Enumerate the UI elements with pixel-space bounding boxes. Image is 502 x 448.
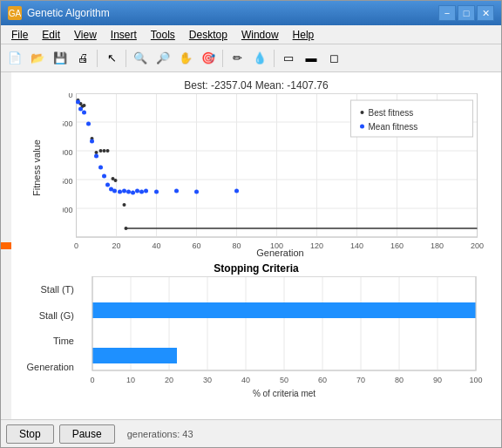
svg-text:100: 100 [469, 376, 482, 384]
svg-text:40: 40 [241, 376, 250, 384]
svg-point-47 [78, 107, 83, 112]
toolbar-data[interactable]: 🎯 [198, 48, 219, 69]
svg-point-39 [103, 149, 106, 153]
stopping-y-labels: Stall (T) Stall (G) Time Generation [15, 276, 78, 401]
svg-point-57 [118, 190, 122, 194]
toolbar-arrow[interactable]: ↖ [101, 48, 122, 69]
svg-point-63 [144, 189, 148, 193]
toolbar-pan[interactable]: ✋ [175, 48, 196, 69]
window-controls: − □ ✕ [438, 5, 494, 21]
app-icon: GA [8, 6, 22, 20]
toolbar-axes[interactable]: ▬ [301, 48, 322, 69]
svg-point-62 [139, 190, 144, 194]
toolbar-brush[interactable]: ✏ [227, 48, 248, 69]
toolbar-zoom-in[interactable]: 🔍 [130, 48, 151, 69]
minimize-button[interactable]: − [438, 5, 456, 21]
svg-rect-87 [92, 348, 177, 363]
svg-point-46 [76, 100, 80, 105]
left-strip [1, 72, 11, 419]
toolbar-sep-3 [222, 50, 223, 67]
svg-point-69 [361, 111, 364, 114]
fitness-chart: 0 -500 -1000 -1500 -2000 0 20 40 60 80 1… [63, 93, 491, 255]
svg-text:120: 120 [310, 241, 323, 250]
svg-text:20: 20 [165, 376, 173, 384]
toolbar-colorpicker[interactable]: 💧 [249, 48, 270, 69]
stopping-bars-area: 0 10 20 30 40 50 60 70 80 90 100 [78, 276, 491, 401]
toolbar-sep-4 [274, 50, 275, 67]
svg-point-60 [131, 191, 135, 195]
svg-text:0: 0 [68, 93, 72, 99]
menu-file[interactable]: File [4, 27, 35, 43]
svg-point-37 [95, 151, 98, 154]
svg-text:180: 180 [431, 241, 444, 250]
svg-point-61 [135, 189, 139, 193]
svg-text:70: 70 [356, 376, 365, 384]
toolbar-uicontrol[interactable]: ◻ [323, 48, 344, 69]
svg-point-59 [126, 190, 131, 194]
menu-window[interactable]: Window [234, 27, 286, 43]
plot-area: Best: -2357.04 Mean: -1407.76 Fitness va… [11, 72, 501, 419]
toolbar-zoom-out[interactable]: 🔎 [153, 48, 173, 69]
svg-point-71 [360, 125, 364, 129]
svg-text:Best fitness: Best fitness [369, 108, 414, 118]
toolbar-new[interactable]: 📄 [4, 48, 25, 69]
menu-desktop[interactable]: Desktop [182, 27, 234, 43]
stopping-title: Stopping Criteria [15, 259, 498, 276]
svg-text:60: 60 [318, 376, 327, 384]
svg-point-54 [105, 183, 110, 187]
menu-bar: File Edit View Insert Tools Desktop Wind… [1, 25, 501, 44]
svg-point-56 [112, 189, 117, 193]
menu-insert[interactable]: Insert [104, 27, 144, 43]
svg-text:Mean fitness: Mean fitness [369, 122, 418, 132]
svg-text:-2000: -2000 [63, 206, 73, 214]
svg-text:60: 60 [192, 241, 200, 250]
menu-view[interactable]: View [67, 27, 104, 43]
svg-text:50: 50 [280, 376, 288, 384]
status-text: generations: 43 [127, 429, 193, 439]
toolbar-open[interactable]: 📂 [27, 48, 48, 69]
toolbar-sep-2 [126, 50, 126, 67]
menu-help[interactable]: Help [286, 27, 322, 43]
stopping-svg: 0 10 20 30 40 50 60 70 80 90 100 [78, 276, 491, 398]
y-axis-label: Fitness value [31, 153, 42, 196]
svg-text:20: 20 [112, 241, 120, 250]
svg-text:40: 40 [152, 241, 160, 250]
svg-text:30: 30 [203, 376, 212, 384]
svg-point-51 [94, 154, 98, 159]
svg-point-48 [82, 111, 86, 115]
svg-point-53 [102, 174, 106, 179]
svg-text:0: 0 [74, 241, 78, 250]
toolbar-print[interactable]: 🖨 [72, 48, 93, 69]
bottom-bar: Stop Pause generations: 43 [1, 419, 501, 447]
menu-tools[interactable]: Tools [144, 27, 182, 43]
svg-point-38 [99, 149, 103, 153]
menu-edit[interactable]: Edit [35, 27, 67, 43]
stop-button[interactable]: Stop [6, 424, 54, 444]
side-indicator [1, 242, 11, 249]
svg-text:200: 200 [471, 241, 484, 250]
toolbar: 📄 📂 💾 🖨 ↖ 🔍 🔎 ✋ 🎯 ✏ 💧 ▭ ▬ ◻ [1, 44, 501, 72]
svg-point-50 [90, 139, 94, 144]
svg-point-40 [106, 149, 110, 153]
svg-text:-1000: -1000 [63, 148, 73, 157]
svg-point-35 [83, 104, 86, 107]
svg-rect-85 [92, 302, 476, 318]
pause-button[interactable]: Pause [59, 424, 115, 444]
svg-text:-1500: -1500 [63, 177, 73, 186]
close-button[interactable]: ✕ [477, 5, 494, 21]
svg-text:10: 10 [126, 376, 135, 384]
toolbar-sep-1 [97, 50, 98, 67]
svg-point-42 [114, 179, 118, 182]
toolbar-save[interactable]: 💾 [50, 48, 71, 69]
content-area: Best: -2357.04 Mean: -1407.76 Fitness va… [1, 72, 501, 419]
fitness-chart-container: Best: -2357.04 Mean: -1407.76 Fitness va… [15, 76, 498, 259]
maximize-button[interactable]: □ [458, 5, 475, 21]
title-bar: GA Genetic Algorithm − □ ✕ [1, 1, 501, 25]
svg-text:160: 160 [390, 241, 404, 250]
svg-point-52 [98, 166, 103, 170]
svg-text:-500: -500 [63, 119, 73, 128]
generation-label: Generation [15, 357, 78, 377]
svg-point-58 [122, 189, 126, 193]
svg-point-64 [154, 190, 159, 194]
toolbar-figure[interactable]: ▭ [278, 48, 299, 69]
